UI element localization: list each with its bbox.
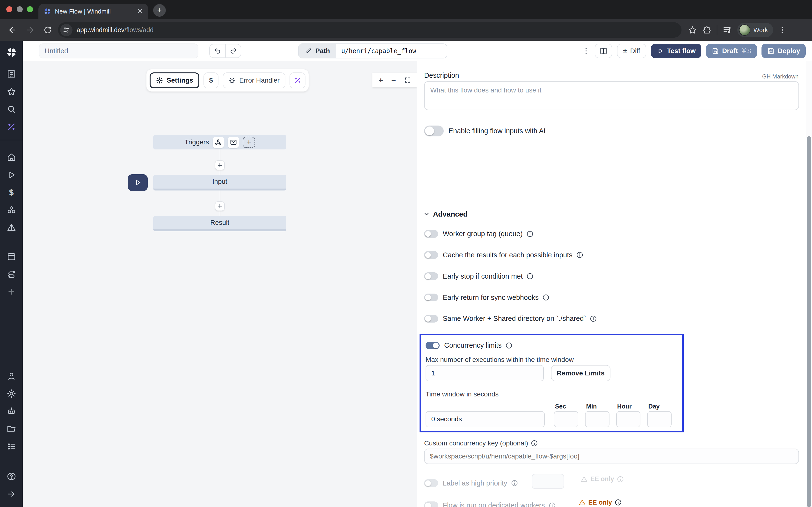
triggers-node-label: Triggers <box>185 138 209 146</box>
info-icon[interactable] <box>505 342 513 349</box>
sidebar-item-add[interactable] <box>3 283 20 300</box>
workspace-variables-button[interactable]: $ <box>203 72 218 89</box>
deploy-button[interactable]: Deploy <box>761 44 806 58</box>
browser-tab[interactable]: New Flow | Windmill ✕ <box>39 4 148 19</box>
info-icon[interactable] <box>526 230 534 237</box>
same-worker-toggle[interactable] <box>424 315 438 323</box>
path-input[interactable]: u/henri/capable_flow <box>336 44 447 58</box>
sidebar-item-search[interactable] <box>3 101 20 118</box>
custom-concurrency-key-input[interactable] <box>424 449 799 464</box>
sidebar-item-schedules[interactable] <box>3 219 20 236</box>
panel-scrollbar-thumb[interactable] <box>807 136 811 507</box>
sidebar-item-help[interactable] <box>3 468 20 485</box>
run-flow-button[interactable] <box>128 174 147 191</box>
browser-menu-kebab-icon[interactable] <box>778 26 786 34</box>
input-node[interactable]: Input <box>153 175 286 190</box>
max-executions-input[interactable] <box>425 365 544 381</box>
info-icon[interactable] <box>615 499 622 506</box>
minutes-input[interactable] <box>585 411 609 427</box>
worker-group-toggle[interactable] <box>424 230 438 237</box>
sidebar-item-calendar[interactable] <box>3 248 20 265</box>
dedicated-workers-toggle[interactable] <box>424 501 438 507</box>
sidebar-item-home[interactable] <box>3 149 20 166</box>
sidebar-item-flows[interactable] <box>3 265 20 283</box>
zoom-in-button[interactable]: + <box>378 76 383 85</box>
info-icon[interactable] <box>542 294 550 301</box>
reload-button[interactable] <box>40 23 55 37</box>
ee-only-badge-disabled: EE only <box>580 475 624 483</box>
sidebar-item-settings[interactable] <box>3 385 20 402</box>
media-controls-icon[interactable] <box>722 25 732 35</box>
close-window-button[interactable] <box>6 6 12 12</box>
days-input[interactable] <box>647 411 672 427</box>
undo-button[interactable] <box>210 44 225 57</box>
early-return-toggle[interactable] <box>424 294 438 301</box>
advanced-section-header[interactable]: Advanced <box>423 210 468 218</box>
ai-builder-button[interactable] <box>290 72 305 89</box>
sidebar-item-favorites[interactable] <box>3 83 20 101</box>
sidebar-item-ai[interactable] <box>3 118 20 136</box>
bookmark-star-icon[interactable] <box>688 25 697 35</box>
high-priority-toggle[interactable] <box>424 479 438 487</box>
sidebar-item-variables[interactable]: $ <box>3 184 20 201</box>
extensions-icon[interactable] <box>702 25 712 35</box>
info-icon[interactable] <box>526 273 534 280</box>
new-tab-button[interactable]: + <box>153 4 165 16</box>
add-trigger-button[interactable]: + <box>243 137 255 148</box>
info-icon[interactable] <box>590 315 597 322</box>
info-icon[interactable] <box>549 502 556 507</box>
flow-summary-input[interactable]: Untitled <box>39 44 198 58</box>
cache-results-toggle[interactable] <box>424 251 438 259</box>
triggers-node[interactable]: Triggers + <box>153 135 286 150</box>
concurrency-limits-toggle[interactable] <box>425 342 440 349</box>
description-textarea[interactable] <box>424 81 799 110</box>
info-icon[interactable] <box>617 475 624 483</box>
seconds-input[interactable] <box>554 411 578 427</box>
address-bar[interactable]: app.windmill.dev/flows/add <box>58 22 681 38</box>
result-node[interactable]: Result <box>153 216 286 231</box>
sidebar-item-workers[interactable] <box>3 402 20 420</box>
site-settings-button[interactable] <box>60 24 72 36</box>
back-button[interactable] <box>5 23 19 37</box>
forward-button[interactable] <box>23 23 37 37</box>
docs-button[interactable] <box>595 44 612 58</box>
sidebar-item-resources[interactable] <box>3 201 20 219</box>
panel-scrollbar <box>806 61 812 507</box>
error-handler-button[interactable]: Error Handler <box>223 72 286 89</box>
tab-close-icon[interactable]: ✕ <box>137 8 143 15</box>
sidebar-collapse-button[interactable] <box>3 485 20 503</box>
priority-value-input[interactable] <box>532 474 564 489</box>
plus-icon <box>217 162 223 169</box>
profile-name: Work <box>754 26 768 34</box>
flow-canvas[interactable]: Settings $ Error Handler + − <box>23 61 417 507</box>
route-icon <box>6 269 16 279</box>
fullscreen-icon[interactable] <box>404 77 411 83</box>
sidebar-item-users[interactable] <box>3 368 20 385</box>
info-icon[interactable] <box>531 440 538 447</box>
redo-button[interactable] <box>225 44 241 57</box>
zoom-out-button[interactable]: − <box>391 76 396 85</box>
insert-step-button[interactable] <box>215 201 225 211</box>
test-flow-button[interactable]: Test flow <box>651 44 702 58</box>
info-icon[interactable] <box>576 251 583 259</box>
sidebar-item-runs[interactable] <box>3 166 20 184</box>
sidebar-item-folders[interactable] <box>3 420 20 438</box>
insert-step-button[interactable] <box>215 160 225 170</box>
browser-profile-chip[interactable]: Work <box>737 23 773 37</box>
sidebar-item-workspace[interactable] <box>3 65 20 83</box>
webhook-trigger-button[interactable] <box>213 137 224 148</box>
maximize-window-button[interactable] <box>27 6 33 12</box>
more-options-kebab-icon[interactable] <box>582 47 590 55</box>
info-icon[interactable] <box>511 480 518 487</box>
ai-inputs-toggle[interactable] <box>424 125 444 136</box>
email-trigger-button[interactable] <box>227 137 239 148</box>
remove-limits-button[interactable]: Remove Limits <box>551 365 610 381</box>
diff-button[interactable]: ±Diff <box>617 44 647 58</box>
time-window-display-input[interactable] <box>425 411 545 427</box>
sidebar-item-audit-logs[interactable] <box>3 438 20 455</box>
hours-input[interactable] <box>616 411 641 427</box>
settings-button[interactable]: Settings <box>150 72 199 89</box>
save-draft-button[interactable]: Draft⌘S <box>706 44 757 58</box>
early-stop-toggle[interactable] <box>424 272 438 280</box>
minimize-window-button[interactable] <box>17 6 23 12</box>
